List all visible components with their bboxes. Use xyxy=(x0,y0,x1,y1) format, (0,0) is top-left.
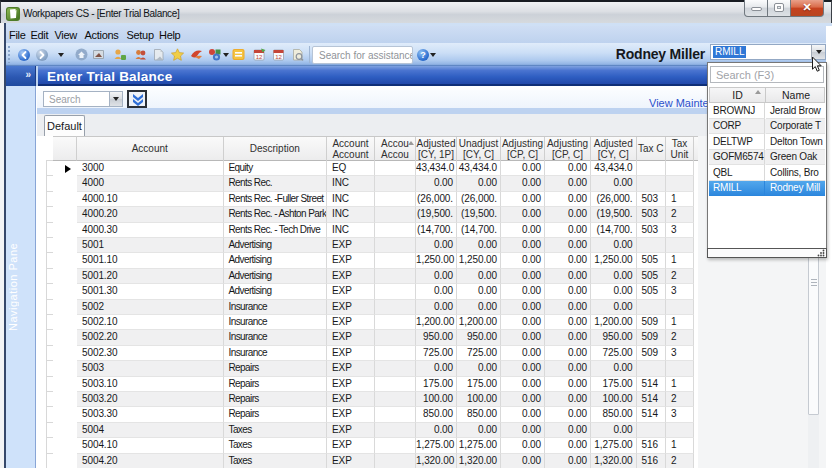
svg-text:12: 12 xyxy=(256,54,263,60)
svg-text:12: 12 xyxy=(275,54,282,60)
